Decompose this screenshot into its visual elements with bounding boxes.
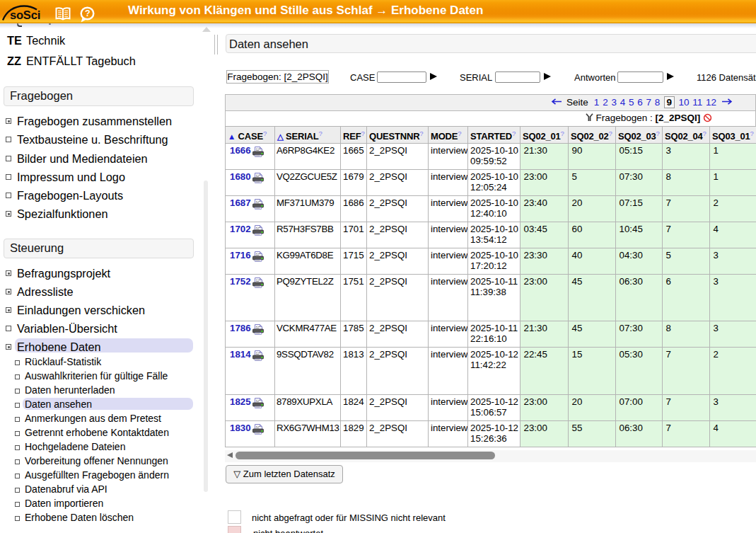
svg-text:?: ?	[85, 8, 91, 18]
svg-text:soSci: soSci	[10, 8, 40, 21]
